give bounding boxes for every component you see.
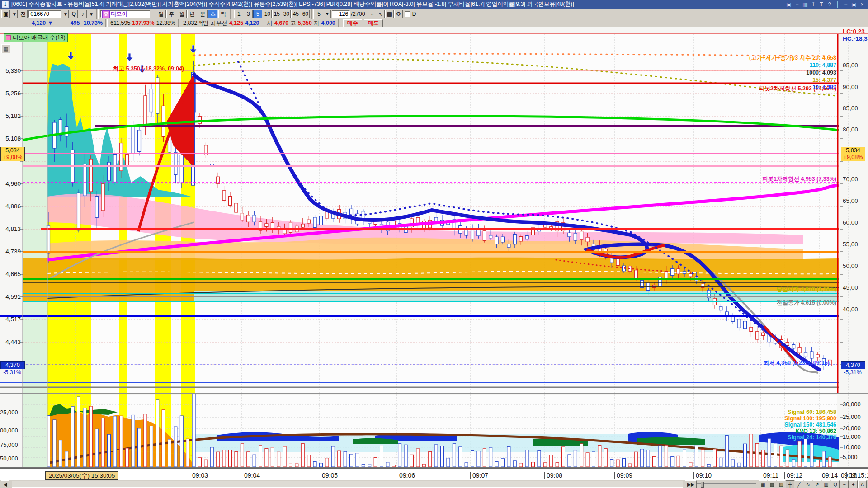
pin-icon[interactable]: ⊺	[809, 1, 817, 8]
interval-button[interactable]: 10	[263, 10, 272, 18]
open-label: 시	[267, 19, 273, 27]
stock-name-field[interactable]: 증 디모아	[100, 10, 150, 18]
arrow-tool-icon[interactable]: ↗	[813, 480, 821, 488]
chart-scrollbar[interactable]	[12, 481, 683, 488]
d-checkbox[interactable]	[405, 11, 410, 17]
interval-button[interactable]: 45	[291, 10, 300, 18]
period-button[interactable]: 월	[177, 10, 187, 18]
cascade-windows-icon[interactable]: ▩	[768, 480, 776, 488]
scroll-to-end-button[interactable]: ▶▶	[685, 480, 697, 488]
marker-badge-low-right: 4,370	[841, 361, 865, 369]
tile-windows-icon[interactable]: ▦	[759, 480, 767, 488]
lc-value: LC:0,23	[843, 28, 865, 35]
ma-legend-line: (고가+저가+종가)/3 지수 20: 4,658	[749, 54, 836, 62]
marker-badge-high-right: 5,034+9,08%	[841, 147, 865, 161]
indicator-legend[interactable]: 디모아 매물대 수(13)	[4, 33, 68, 42]
bar-count-input[interactable]	[332, 10, 350, 18]
interval-button[interactable]: 30	[282, 10, 291, 18]
annotation-session-low: 최저 4,360 (0,23%, 09:15)	[764, 359, 830, 367]
period-button[interactable]: 초	[208, 10, 218, 18]
wave-tool-icon[interactable]: ∿	[804, 480, 812, 488]
annotation-day-open: 당일시가 4,670 (1,19%)	[777, 286, 836, 293]
current-price: 4,120	[32, 20, 46, 26]
crosshair-tool-icon[interactable]: ┼	[786, 480, 794, 488]
interval-button[interactable]: 5	[253, 10, 262, 18]
compare-chart-icon[interactable]: ∿	[377, 10, 385, 18]
chart-plot-area[interactable]: ▦ 디모아 매물대 수(13) LC:0,23 HC:-18,3 5,3305,…	[0, 27, 868, 468]
float-window-icon[interactable]: ▣	[785, 1, 793, 8]
d-label: D	[412, 11, 416, 17]
best-bid: 4,120	[245, 20, 259, 26]
pattern-area-icon[interactable]: ▨	[777, 480, 785, 488]
percent-axis-label: 45,00	[843, 284, 858, 291]
chart-style-button[interactable]: ▦	[1, 44, 10, 53]
marker-pct-low-left: -5,31%	[0, 369, 24, 375]
buy-button[interactable]: 매수	[343, 19, 362, 27]
speaker-dropdown-button[interactable]: ▼	[88, 10, 94, 18]
prev-stock-button[interactable]: 전	[19, 10, 28, 18]
period-button[interactable]: 틱	[218, 10, 228, 18]
code-dropdown-button[interactable]: ▼	[62, 10, 69, 18]
restore-icon[interactable]: ▣	[850, 1, 858, 8]
interval-button[interactable]: 60	[301, 10, 310, 18]
lower-right-axis-label: 15,000	[843, 433, 861, 440]
interval-select[interactable]: 5▼	[316, 10, 331, 18]
stock-code-input[interactable]	[28, 10, 61, 18]
minimize-icon[interactable]: −	[842, 1, 850, 8]
high-label: 고	[290, 19, 296, 27]
save-icon[interactable]: ▤	[385, 10, 394, 18]
price-axis-label: 5,108	[0, 135, 21, 142]
trendline-tool-icon[interactable]: ╱	[795, 480, 803, 488]
window-title: [0601] 주식종합차트 - 유통비율[51.4] 거래대금[2,832(백만…	[11, 0, 574, 8]
legend-label: 디모아 매물대 수(13)	[13, 34, 66, 42]
link-icon[interactable]: ⌁	[368, 10, 376, 18]
price-axis-label: 5,256	[0, 90, 21, 97]
stock-name: 디모아	[111, 10, 149, 18]
price-axis-label: 4,886	[0, 203, 21, 210]
close-icon[interactable]: ×	[858, 1, 866, 8]
chart-window-icon[interactable]: ▥	[822, 480, 830, 488]
interval-button[interactable]: 15	[272, 10, 281, 18]
price-axis-label: 4,665	[0, 271, 21, 277]
collapse-icon[interactable]: −	[793, 1, 801, 8]
low-label: 저	[314, 19, 320, 27]
divider-glyph[interactable]: │	[834, 1, 842, 8]
scroll-left-button[interactable]: ◀	[1, 480, 9, 488]
zoom-slider[interactable]: ...........	[697, 481, 756, 487]
speaker-button[interactable]: ♪	[79, 10, 87, 18]
stock-search-button[interactable]: Q	[70, 10, 78, 18]
duplicate-window-icon[interactable]: ▥	[801, 1, 809, 8]
price-axis-label: 4,960	[0, 180, 21, 187]
interval-button[interactable]: 1	[234, 10, 243, 18]
zoom-in-icon[interactable]: +	[849, 480, 858, 488]
time-tick-label: 09:14	[820, 472, 838, 479]
price-axis-label: 5,182	[0, 113, 21, 119]
stock-spin-button[interactable]: ▼	[11, 10, 18, 18]
font-size-icon[interactable]: T	[817, 1, 826, 8]
zoom-out-icon[interactable]: −	[840, 480, 849, 488]
period-button[interactable]: 분	[198, 10, 208, 18]
bar-total-label: /2700	[351, 11, 365, 17]
interval-button[interactable]: 3	[244, 10, 253, 18]
annotation-session-high: 최고 5,350 (-18,32%, 09:04)	[113, 65, 184, 73]
help-icon[interactable]: ?	[826, 1, 834, 8]
selected-time-label[interactable]: 2025/03/05(수) 15:30:05	[45, 471, 118, 480]
price-axis-label: 4,517	[0, 316, 21, 323]
time-axis[interactable]: 2025/03/05(수) 15:30:05 09:0309:0409:0509…	[0, 471, 868, 480]
lower-left-axis-label: 75,000	[0, 441, 19, 448]
zoom-icon[interactable]: Q	[831, 480, 840, 488]
time-tick-label: 09:07	[470, 472, 488, 479]
lower-right-axis-label: 30,000	[843, 401, 861, 408]
window-menu-button[interactable]: ▣	[1, 10, 10, 18]
period-button[interactable]: 년	[187, 10, 197, 18]
open-price: 4,670	[274, 20, 288, 26]
period-button[interactable]: 주	[166, 10, 176, 18]
font-icon[interactable]: A	[858, 480, 867, 488]
lower-left-axis-label: 25,000	[0, 409, 19, 416]
lower-left-axis-label: 00,000	[0, 427, 19, 434]
stock-chart-window: 1 [0601] 주식종합차트 - 유통비율[51.4] 거래대금[2,832(…	[0, 0, 868, 488]
settings-gear-icon[interactable]: ⚙	[394, 10, 403, 18]
sell-button[interactable]: 매도	[364, 19, 383, 27]
period-button[interactable]: 일	[156, 10, 166, 18]
window-number-badge: 1	[2, 1, 9, 8]
